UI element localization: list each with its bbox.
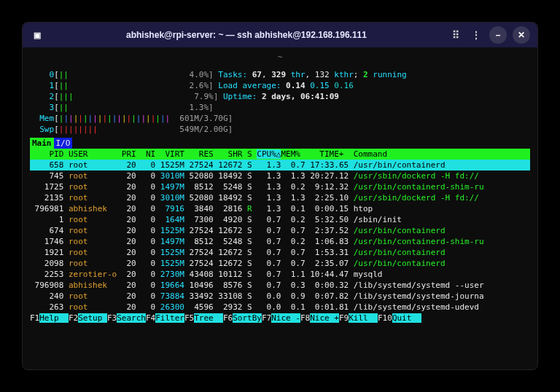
tab-main[interactable]: Main bbox=[30, 138, 54, 149]
fkey-F5[interactable]: F5 bbox=[184, 313, 194, 323]
process-row[interactable]: 240 root 20 0 73884 33492 33108 S 0.0 0.… bbox=[30, 291, 530, 302]
cpu-3-meter: 3[|| 1.3%] bbox=[30, 102, 530, 113]
fkey-F7[interactable]: F7 bbox=[262, 313, 271, 323]
process-row[interactable]: 745 root 20 0 3010M 52080 18492 S 1.3 1.… bbox=[30, 170, 530, 181]
fkey-F3[interactable]: F3 bbox=[107, 313, 117, 323]
terminal-window: ▣ abhishek@rpi-server: ~ — ssh abhishek@… bbox=[22, 22, 538, 370]
fkey-F6[interactable]: F6 bbox=[223, 313, 233, 323]
process-row[interactable]: 263 root 20 0 26300 4596 2932 S 0.0 0.1 … bbox=[30, 302, 530, 313]
cpu-2-meter: 2[||| 7.9%] Uptime: 2 days, 06:41:09 bbox=[30, 91, 530, 102]
process-row[interactable]: 796981 abhishek 20 0 7916 3840 2816 R 1.… bbox=[30, 203, 530, 214]
fkey-F1[interactable]: F1 bbox=[30, 313, 39, 323]
fkey-F4[interactable]: F4 bbox=[146, 313, 155, 323]
mem-meter: Mem[||||||||||||||||||||||| 601M/3.70G] bbox=[30, 113, 530, 124]
terminal-body[interactable]: ~ 0[|| 4.0%] Tasks: 67, 329 thr, 132 kth… bbox=[23, 47, 537, 324]
cpu-0-meter: 0[|| 4.0%] Tasks: 67, 329 thr, 132 kthr;… bbox=[30, 69, 530, 80]
process-row[interactable]: 2098 root 20 0 1525M 27524 12672 S 0.7 0… bbox=[30, 258, 530, 269]
process-header[interactable]: PID USER PRI NI VIRT RES SHR S CPU%△MEM%… bbox=[30, 149, 530, 160]
fkey-F8[interactable]: F8 bbox=[300, 313, 310, 323]
fkey-bar[interactable]: F1Help F2Setup F3SearchF4FilterF5Tree F6… bbox=[30, 313, 530, 324]
process-row[interactable]: 2253 zerotier-o 20 0 2730M 43408 10112 S… bbox=[30, 269, 530, 280]
process-row[interactable]: 1921 root 20 0 1525M 27524 12672 S 0.7 0… bbox=[30, 247, 530, 258]
close-button[interactable]: ✕ bbox=[513, 26, 530, 44]
app-icon: ▣ bbox=[30, 28, 44, 42]
menu-icon[interactable]: ⋮ bbox=[469, 29, 483, 41]
fkey-F10[interactable]: F10 bbox=[378, 313, 392, 323]
minimize-button[interactable]: – bbox=[489, 26, 507, 44]
process-row[interactable]: 674 root 20 0 1525M 27524 12672 S 0.7 0.… bbox=[30, 225, 530, 236]
process-row[interactable]: 796908 abhishek 20 0 19664 10496 8576 S … bbox=[30, 280, 530, 291]
process-list[interactable]: 658 root 20 0 1525M 27524 12672 S 1.3 0.… bbox=[30, 160, 530, 313]
process-row[interactable]: 1 root 20 0 164M 7300 4920 S 0.7 0.2 5:3… bbox=[30, 214, 530, 225]
grid-icon[interactable]: ⠿ bbox=[448, 29, 463, 41]
fkey-F2[interactable]: F2 bbox=[69, 313, 78, 323]
tab-io[interactable]: I/O bbox=[54, 138, 73, 149]
process-row[interactable]: 1725 root 20 0 1497M 8512 5248 S 1.3 0.2… bbox=[30, 181, 530, 192]
tilde-row: ~ bbox=[30, 52, 530, 60]
cpu-meters: 0[|| 4.0%] Tasks: 67, 329 thr, 132 kthr;… bbox=[30, 69, 530, 135]
window-title: abhishek@rpi-server: ~ — ssh abhishek@19… bbox=[44, 30, 448, 40]
swp-meter: Swp[|||||||| 549M/2.00G] bbox=[30, 124, 530, 135]
process-row[interactable]: 658 root 20 0 1525M 27524 12672 S 1.3 0.… bbox=[30, 160, 530, 170]
process-row[interactable]: 1746 root 20 0 1497M 8512 5248 S 0.7 0.2… bbox=[30, 236, 530, 247]
process-row[interactable]: 2135 root 20 0 3010M 52080 18492 S 1.3 1… bbox=[30, 192, 530, 203]
fkey-F9[interactable]: F9 bbox=[339, 313, 349, 323]
tab-row: MainI/O bbox=[30, 138, 530, 149]
cpu-1-meter: 1[|| 2.6%] Load average: 0.14 0.15 0.16 bbox=[30, 80, 530, 91]
titlebar: ▣ abhishek@rpi-server: ~ — ssh abhishek@… bbox=[23, 23, 537, 47]
